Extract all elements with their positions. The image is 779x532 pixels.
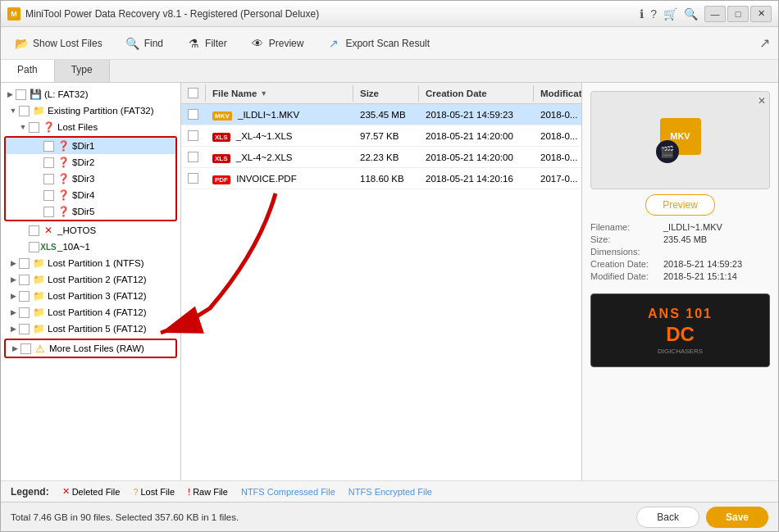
file-row-pdf[interactable]: PDF INVOICE.PDF 118.60 KB 2018-05-21 14:… (181, 168, 581, 189)
dir4-icon: ❓ (57, 189, 70, 202)
search-icon[interactable]: 🔍 (684, 7, 698, 20)
file-row-xls1[interactable]: XLS _XL-4~1.XLS 97.57 KB 2018-05-21 14:2… (181, 125, 581, 147)
tree-item-dir4[interactable]: ❓ $Dir4 (6, 187, 175, 203)
info-created-row: Creation Date: 2018-5-21 14:59:23 (590, 259, 770, 269)
thumbnail-dc-logo: DC (666, 323, 695, 346)
tree-item-lp4[interactable]: ▶ 📁 Lost Partition 4 (FAT12) (1, 304, 180, 321)
check-more-lost[interactable] (20, 343, 31, 354)
preview-toolbar-button[interactable]: 👁 Preview (245, 34, 309, 53)
show-lost-files-button[interactable]: 📂 Show Lost Files (9, 34, 107, 53)
toolbar-right-icon: ↗ (759, 35, 770, 51)
check-xls1[interactable] (181, 129, 206, 143)
dir1-label: $Dir1 (72, 141, 94, 151)
save-button[interactable]: Save (706, 507, 768, 528)
tree-item-lp3[interactable]: ▶ 📁 Lost Partition 3 (FAT12) (1, 288, 180, 304)
tree-item-dir3[interactable]: ❓ $Dir3 (6, 171, 175, 187)
check-lost-files[interactable] (29, 122, 39, 133)
tree-item-hotos[interactable]: ✕ _HOTOS (1, 222, 180, 239)
preview-image-area: MKV 🎬 ✕ (590, 91, 770, 189)
header-filename[interactable]: File Name ▼ (206, 85, 353, 102)
check-xls2[interactable] (181, 150, 206, 164)
minimize-button[interactable]: — (704, 6, 726, 22)
tree-item-lp2[interactable]: ▶ 📁 Lost Partition 2 (FAT12) (1, 271, 180, 288)
raw-label: Raw File (193, 487, 228, 497)
expand-lp1[interactable]: ▶ (7, 257, 19, 269)
more-lost-label: More Lost Files (RAW) (49, 343, 144, 353)
check-10a1[interactable] (29, 242, 39, 252)
size-xls1: 97.57 KB (353, 130, 419, 143)
legend-title: Legend: (11, 486, 49, 498)
lost-files-label: Lost Files (57, 122, 98, 132)
preview-button[interactable]: Preview (645, 194, 715, 216)
check-drive[interactable] (16, 89, 26, 100)
maximize-button[interactable]: □ (727, 6, 749, 22)
expand-partition[interactable]: ▼ (7, 105, 19, 116)
row-checkbox-xls2[interactable] (188, 152, 198, 162)
modified-pdf: 2017-0... (534, 172, 581, 185)
header-size[interactable]: Size (353, 85, 419, 102)
expand-lp3[interactable]: ▶ (7, 290, 19, 302)
info-icon[interactable]: ℹ (640, 7, 644, 20)
header-checkbox[interactable] (188, 88, 198, 98)
expand-lp2[interactable]: ▶ (7, 274, 19, 285)
export-button[interactable]: ↗ Export Scan Result (321, 34, 435, 53)
row-checkbox-pdf[interactable] (188, 173, 198, 184)
check-lp1[interactable] (19, 258, 30, 269)
check-dir3[interactable] (43, 174, 54, 184)
expand-lp5[interactable]: ▶ (7, 323, 19, 334)
hotos-icon: ✕ (42, 224, 55, 237)
expand-drive[interactable]: ▶ (4, 89, 16, 100)
find-button[interactable]: 🔍 Find (121, 34, 168, 53)
row-checkbox-xls1[interactable] (188, 130, 198, 141)
dir1-icon: ❓ (57, 139, 70, 152)
check-lp2[interactable] (19, 275, 30, 285)
expand-lost-files[interactable]: ▼ (17, 121, 29, 133)
tree-item-10a1[interactable]: XLS _10A~1 (1, 239, 180, 255)
row-checkbox-mkv[interactable] (188, 109, 198, 120)
created-info-value: 2018-5-21 14:59:23 (663, 259, 742, 269)
tree-item-lost-files[interactable]: ▼ ❓ Lost Files (1, 119, 180, 135)
expand-lp4[interactable]: ▶ (7, 307, 19, 318)
thumbnail-text1: ANS 101 (648, 307, 713, 321)
tab-path[interactable]: Path (1, 60, 55, 82)
lost-files-icon: ❓ (42, 120, 55, 134)
tree-item-dir2[interactable]: ❓ $Dir2 (6, 154, 175, 171)
close-button[interactable]: ✕ (750, 6, 772, 22)
header-modified[interactable]: Modificatio (534, 85, 581, 102)
tree-item-existing-partition[interactable]: ▼ 📁 Existing Partition (FAT32) (1, 102, 180, 119)
check-pdf[interactable] (181, 171, 206, 185)
check-lp3[interactable] (19, 291, 30, 302)
cart-icon[interactable]: 🛒 (663, 7, 677, 20)
check-hotos[interactable] (29, 225, 39, 236)
tree-item-more-lost[interactable]: ▶ ⚠ More Lost Files (RAW) (6, 340, 175, 357)
check-dir2[interactable] (43, 157, 54, 168)
check-partition[interactable] (19, 106, 30, 116)
tree-item-drive[interactable]: ▶ 💾 (L: FAT32) (1, 86, 180, 102)
lost-label: Lost File (141, 487, 175, 497)
help-icon[interactable]: ? (650, 7, 657, 20)
lp2-icon: 📁 (32, 273, 45, 286)
check-dir5[interactable] (43, 207, 54, 217)
tree-item-lp5[interactable]: ▶ 📁 Lost Partition 5 (FAT12) (1, 321, 180, 337)
file-row-mkv[interactable]: MKV _ILDLI~1.MKV 235.45 MB 2018-05-21 14… (181, 104, 581, 125)
header-check[interactable] (181, 84, 206, 102)
check-dir1[interactable] (43, 141, 54, 152)
file-row-xls2[interactable]: XLS _XL-4~2.XLS 22.23 KB 2018-05-21 14:2… (181, 147, 581, 168)
tab-type[interactable]: Type (55, 60, 110, 82)
tree-item-dir5[interactable]: ❓ $Dir5 (6, 203, 175, 220)
check-dir4[interactable] (43, 190, 54, 201)
check-mkv[interactable] (181, 107, 206, 121)
title-bar-left: M MiniTool Power Data Recovery v8.1 - Re… (7, 7, 319, 20)
back-button[interactable]: Back (636, 507, 699, 528)
expand-dir5 (32, 206, 43, 217)
preview-close-btn[interactable]: ✕ (758, 95, 766, 107)
app-logo: M (7, 7, 20, 20)
check-lp5[interactable] (19, 324, 30, 334)
tree-item-lp1[interactable]: ▶ 📁 Lost Partition 1 (NTFS) (1, 255, 180, 271)
filter-button[interactable]: ⚗ Filter (181, 34, 232, 53)
check-lp4[interactable] (19, 307, 30, 318)
dir3-label: $Dir3 (72, 174, 94, 184)
tree-item-dir1[interactable]: ❓ $Dir1 (6, 138, 175, 154)
header-created[interactable]: Creation Date (419, 85, 534, 102)
expand-more-lost[interactable]: ▶ (9, 343, 20, 354)
